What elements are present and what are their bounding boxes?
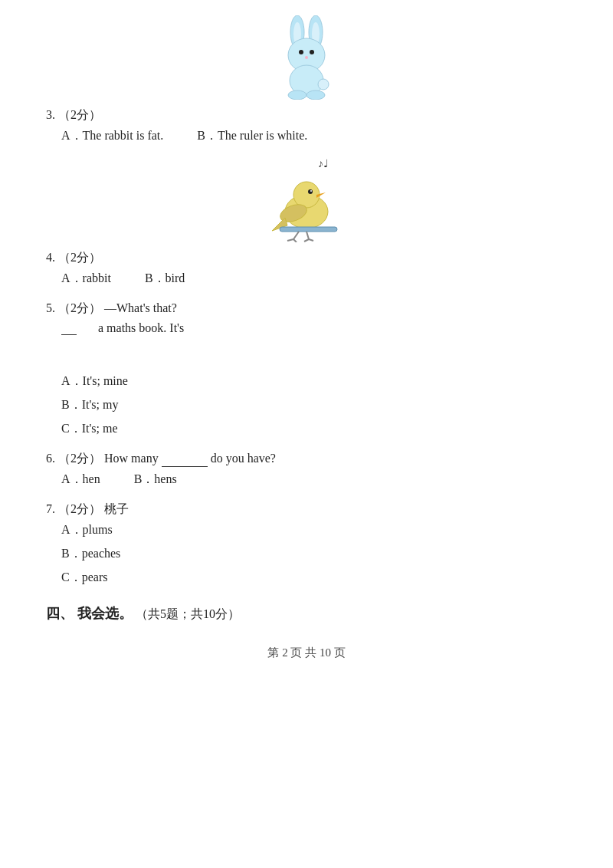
section-four-header: 四、 我会选。 （共5题；共10分）: [46, 604, 567, 623]
svg-line-23: [287, 239, 293, 241]
rabbit-svg: [276, 15, 337, 100]
q6-question-text: How manydo you have?: [104, 452, 276, 465]
q7-options: A．plums B．peaches C．pears: [61, 522, 567, 586]
q7-label: 7. （2分） 桃子: [46, 501, 567, 518]
svg-line-21: [293, 232, 299, 239]
footer-text: 第 2 页 共 10 页: [267, 646, 345, 659]
q4-option-line: A．rabbit B．bird: [61, 271, 567, 287]
q4-options: A．rabbit B．bird: [61, 271, 567, 287]
q3-label: 3. （2分）: [46, 107, 567, 123]
svg-text:♪♩: ♪♩: [318, 158, 329, 169]
question-6: 6. （2分） How manydo you have? A．hen B．hen…: [46, 451, 567, 488]
q3-options: A．The rabbit is fat. B．The ruler is whit…: [61, 128, 567, 144]
q7-option-b: B．peaches: [61, 546, 567, 562]
q5-option-a: A．It's; mine: [61, 373, 567, 390]
q3-points: （2分）: [58, 108, 101, 121]
q4-label: 4. （2分）: [46, 250, 567, 266]
q5-answer-prompt: a maths book. It's: [98, 321, 184, 334]
q6-options: A．hen B．hens: [61, 472, 567, 488]
q4-number: 4.: [46, 251, 55, 264]
q6-number: 6.: [46, 452, 55, 465]
question-3: 3. （2分） A．The rabbit is fat. B．The ruler…: [46, 15, 567, 144]
q7-chinese: 桃子: [104, 502, 129, 515]
q5-points: （2分）: [58, 301, 101, 314]
question-5: 5. （2分） —What's that? a maths book. It's…: [46, 301, 567, 437]
q7-option-c: C．pears: [61, 570, 567, 586]
q7-points: （2分）: [58, 502, 101, 515]
svg-line-22: [306, 232, 309, 239]
svg-point-6: [310, 50, 314, 54]
q4-points: （2分）: [58, 251, 101, 264]
q6-option-line: A．hen B．hens: [61, 472, 567, 488]
q5-options: A．It's; mine B．It's; my C．It's; me: [61, 373, 567, 437]
svg-point-15: [308, 189, 313, 194]
q5-question-text: —What's that?: [104, 301, 177, 314]
section-four-detail: （共5题；共10分）: [136, 607, 240, 620]
section-four-label: 四、: [46, 606, 74, 621]
svg-point-11: [306, 90, 325, 100]
q5-option-b: B．It's; my: [61, 397, 567, 413]
svg-point-16: [310, 190, 312, 192]
svg-point-14: [293, 182, 320, 208]
q6-label: 6. （2分） How manydo you have?: [46, 451, 567, 467]
q3-option-a: A．The rabbit is fat. B．The ruler is whit…: [61, 128, 567, 144]
svg-line-25: [304, 239, 309, 242]
page-footer: 第 2 页 共 10 页: [46, 646, 567, 660]
svg-line-24: [293, 239, 297, 242]
q5-option-c: C．It's; me: [61, 421, 567, 437]
bird-image-container: ♪♩: [46, 158, 567, 245]
svg-point-5: [299, 50, 303, 54]
question-7: 7. （2分） 桃子 A．plums B．peaches C．pears: [46, 501, 567, 586]
svg-rect-20: [280, 227, 337, 232]
svg-line-26: [309, 239, 313, 241]
q5-number: 5.: [46, 301, 55, 314]
q3-number: 3.: [46, 108, 55, 121]
svg-point-9: [318, 79, 329, 90]
bird-svg: ♪♩: [264, 158, 349, 242]
q5-answer-line: a maths book. It's: [61, 321, 567, 335]
q7-number: 7.: [46, 502, 55, 515]
rabbit-image-container: [46, 15, 567, 103]
q7-option-a: A．plums: [61, 522, 567, 538]
page-content: 3. （2分） A．The rabbit is fat. B．The ruler…: [46, 15, 567, 660]
section-four-title: 我会选。: [77, 606, 133, 621]
q5-label: 5. （2分） —What's that?: [46, 301, 567, 317]
question-4: ♪♩: [46, 158, 567, 287]
svg-point-7: [305, 56, 308, 59]
q6-points: （2分）: [58, 452, 101, 465]
svg-point-10: [288, 90, 306, 100]
